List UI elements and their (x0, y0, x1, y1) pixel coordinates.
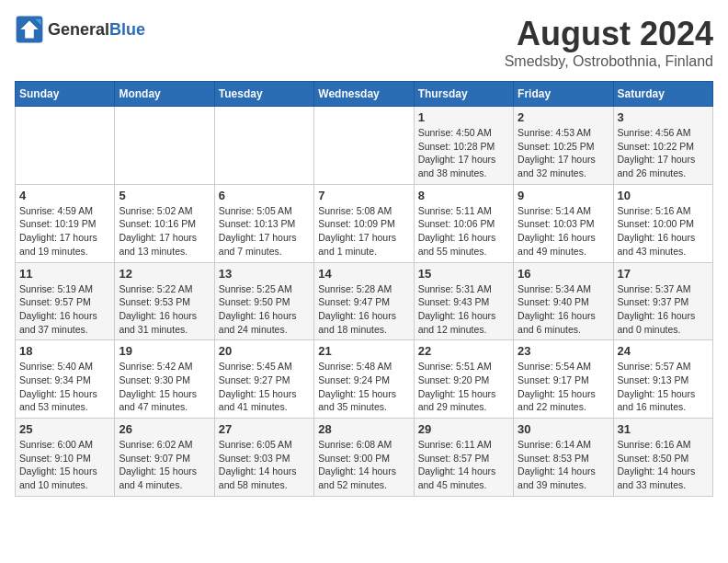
calendar-cell: 8Sunrise: 5:11 AMSunset: 10:06 PMDayligh… (414, 184, 513, 262)
day-number: 14 (318, 267, 409, 281)
day-number: 28 (318, 422, 409, 436)
calendar-cell: 9Sunrise: 5:14 AMSunset: 10:03 PMDayligh… (514, 184, 613, 262)
day-info: Sunrise: 5:57 AMSunset: 9:13 PMDaylight:… (618, 360, 709, 414)
day-info: Sunrise: 5:51 AMSunset: 9:20 PMDaylight:… (418, 360, 509, 414)
calendar-cell: 10Sunrise: 5:16 AMSunset: 10:00 PMDaylig… (613, 184, 712, 262)
calendar-cell: 23Sunrise: 5:54 AMSunset: 9:17 PMDayligh… (514, 340, 613, 419)
weekday-header-monday: Monday (115, 82, 214, 107)
page-header: GeneralBlue August 2024 Smedsby, Ostrobo… (15, 15, 713, 70)
day-info: Sunrise: 5:08 AMSunset: 10:09 PMDaylight… (318, 204, 409, 259)
day-info: Sunrise: 6:05 AMSunset: 9:03 PMDaylight:… (219, 438, 310, 492)
calendar-cell (314, 107, 414, 185)
day-info: Sunrise: 5:42 AMSunset: 9:30 PMDaylight:… (119, 360, 210, 414)
day-number: 16 (518, 267, 609, 281)
title-block: August 2024 Smedsby, Ostrobothnia, Finla… (505, 15, 713, 70)
calendar-cell: 29Sunrise: 6:11 AMSunset: 8:57 PMDayligh… (414, 419, 513, 497)
calendar-cell (214, 107, 313, 185)
day-number: 11 (19, 267, 110, 281)
day-number: 10 (618, 189, 709, 202)
day-info: Sunrise: 5:48 AMSunset: 9:24 PMDaylight:… (318, 360, 409, 414)
day-number: 24 (618, 344, 709, 358)
day-info: Sunrise: 5:22 AMSunset: 9:53 PMDaylight:… (119, 282, 210, 337)
day-number: 23 (518, 344, 609, 358)
day-info: Sunrise: 6:00 AMSunset: 9:10 PMDaylight:… (19, 438, 110, 492)
day-number: 25 (19, 422, 110, 436)
logo-text: GeneralBlue (48, 20, 145, 40)
day-number: 9 (518, 189, 609, 202)
day-number: 27 (219, 422, 310, 436)
calendar-cell: 13Sunrise: 5:25 AMSunset: 9:50 PMDayligh… (214, 262, 313, 340)
day-info: Sunrise: 5:37 AMSunset: 9:37 PMDaylight:… (618, 282, 709, 337)
day-info: Sunrise: 5:25 AMSunset: 9:50 PMDaylight:… (219, 282, 310, 337)
week-row-2: 4Sunrise: 4:59 AMSunset: 10:19 PMDayligh… (16, 184, 713, 262)
calendar-cell: 17Sunrise: 5:37 AMSunset: 9:37 PMDayligh… (613, 262, 712, 340)
calendar-cell: 27Sunrise: 6:05 AMSunset: 9:03 PMDayligh… (214, 419, 313, 497)
weekday-header-tuesday: Tuesday (214, 82, 313, 107)
day-number: 30 (518, 422, 609, 436)
weekday-header-friday: Friday (514, 82, 613, 107)
calendar-cell: 12Sunrise: 5:22 AMSunset: 9:53 PMDayligh… (115, 262, 214, 340)
weekday-header-row: SundayMondayTuesdayWednesdayThursdayFrid… (16, 82, 713, 107)
week-row-1: 1Sunrise: 4:50 AMSunset: 10:28 PMDayligh… (16, 107, 713, 185)
day-number: 26 (119, 422, 210, 436)
calendar-title: August 2024 (505, 15, 713, 53)
calendar-cell: 28Sunrise: 6:08 AMSunset: 9:00 PMDayligh… (314, 419, 414, 497)
calendar-cell: 19Sunrise: 5:42 AMSunset: 9:30 PMDayligh… (115, 340, 214, 419)
weekday-header-thursday: Thursday (414, 82, 513, 107)
calendar-cell: 24Sunrise: 5:57 AMSunset: 9:13 PMDayligh… (613, 340, 712, 419)
day-number: 21 (318, 344, 409, 358)
day-info: Sunrise: 6:14 AMSunset: 8:53 PMDaylight:… (518, 438, 609, 492)
day-number: 5 (119, 189, 210, 202)
calendar-cell: 14Sunrise: 5:28 AMSunset: 9:47 PMDayligh… (314, 262, 414, 340)
day-info: Sunrise: 5:11 AMSunset: 10:06 PMDaylight… (418, 204, 509, 259)
day-info: Sunrise: 5:45 AMSunset: 9:27 PMDaylight:… (219, 360, 310, 414)
day-number: 15 (418, 267, 509, 281)
logo-blue: Blue (109, 20, 145, 39)
calendar-cell: 31Sunrise: 6:16 AMSunset: 8:50 PMDayligh… (613, 419, 712, 497)
calendar-cell: 4Sunrise: 4:59 AMSunset: 10:19 PMDayligh… (16, 184, 115, 262)
calendar-cell (16, 107, 115, 185)
day-info: Sunrise: 5:14 AMSunset: 10:03 PMDaylight… (518, 204, 609, 259)
week-row-5: 25Sunrise: 6:00 AMSunset: 9:10 PMDayligh… (16, 419, 713, 497)
weekday-header-wednesday: Wednesday (314, 82, 414, 107)
calendar-cell: 2Sunrise: 4:53 AMSunset: 10:25 PMDayligh… (514, 107, 613, 185)
calendar-cell: 25Sunrise: 6:00 AMSunset: 9:10 PMDayligh… (16, 419, 115, 497)
calendar-cell: 15Sunrise: 5:31 AMSunset: 9:43 PMDayligh… (414, 262, 513, 340)
week-row-4: 18Sunrise: 5:40 AMSunset: 9:34 PMDayligh… (16, 340, 713, 419)
day-number: 4 (19, 189, 110, 202)
calendar-cell: 18Sunrise: 5:40 AMSunset: 9:34 PMDayligh… (16, 340, 115, 419)
day-number: 17 (618, 267, 709, 281)
logo: GeneralBlue (15, 15, 145, 44)
day-info: Sunrise: 4:56 AMSunset: 10:22 PMDaylight… (618, 126, 709, 180)
day-info: Sunrise: 5:19 AMSunset: 9:57 PMDaylight:… (19, 282, 110, 337)
calendar-cell: 30Sunrise: 6:14 AMSunset: 8:53 PMDayligh… (514, 419, 613, 497)
day-number: 3 (618, 110, 709, 124)
calendar-cell: 1Sunrise: 4:50 AMSunset: 10:28 PMDayligh… (414, 107, 513, 185)
day-info: Sunrise: 6:11 AMSunset: 8:57 PMDaylight:… (418, 438, 509, 492)
day-number: 8 (418, 189, 509, 202)
day-info: Sunrise: 5:28 AMSunset: 9:47 PMDaylight:… (318, 282, 409, 337)
calendar-cell: 26Sunrise: 6:02 AMSunset: 9:07 PMDayligh… (115, 419, 214, 497)
calendar-cell: 22Sunrise: 5:51 AMSunset: 9:20 PMDayligh… (414, 340, 513, 419)
day-info: Sunrise: 6:08 AMSunset: 9:00 PMDaylight:… (318, 438, 409, 492)
day-info: Sunrise: 5:02 AMSunset: 10:16 PMDaylight… (119, 204, 210, 259)
day-number: 6 (219, 189, 310, 202)
calendar-cell: 3Sunrise: 4:56 AMSunset: 10:22 PMDayligh… (613, 107, 712, 185)
day-info: Sunrise: 4:53 AMSunset: 10:25 PMDaylight… (518, 126, 609, 180)
day-info: Sunrise: 5:54 AMSunset: 9:17 PMDaylight:… (518, 360, 609, 414)
day-number: 19 (119, 344, 210, 358)
logo-icon (15, 15, 44, 44)
day-number: 2 (518, 110, 609, 124)
calendar-cell: 11Sunrise: 5:19 AMSunset: 9:57 PMDayligh… (16, 262, 115, 340)
day-info: Sunrise: 5:05 AMSunset: 10:13 PMDaylight… (219, 204, 310, 259)
calendar-cell: 21Sunrise: 5:48 AMSunset: 9:24 PMDayligh… (314, 340, 414, 419)
calendar-cell: 6Sunrise: 5:05 AMSunset: 10:13 PMDayligh… (214, 184, 313, 262)
calendar-cell: 20Sunrise: 5:45 AMSunset: 9:27 PMDayligh… (214, 340, 313, 419)
weekday-header-saturday: Saturday (613, 82, 712, 107)
calendar-cell (115, 107, 214, 185)
calendar-subtitle: Smedsby, Ostrobothnia, Finland (505, 53, 713, 70)
day-number: 13 (219, 267, 310, 281)
day-info: Sunrise: 4:50 AMSunset: 10:28 PMDaylight… (418, 126, 509, 180)
day-number: 29 (418, 422, 509, 436)
weekday-header-sunday: Sunday (16, 82, 115, 107)
